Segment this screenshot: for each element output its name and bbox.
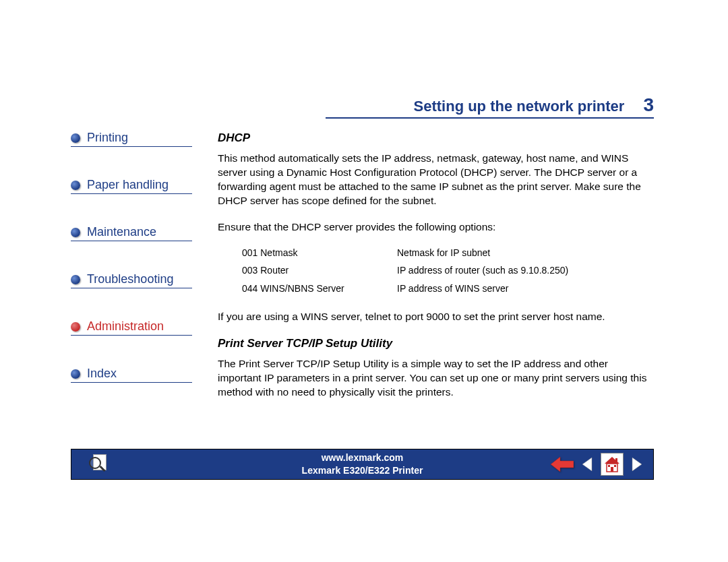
- sidebar-item-troubleshooting[interactable]: Troubleshooting: [71, 272, 192, 288]
- body-text: The Print Server TCP/IP Setup Utility is…: [218, 357, 654, 400]
- option-desc: IP address of WINS server: [397, 282, 508, 295]
- body-text: Ensure that the DHCP server provides the…: [218, 220, 654, 235]
- prev-page-icon[interactable]: [580, 456, 594, 473]
- page-number: 3: [643, 94, 654, 116]
- sidebar-item-label: Index: [87, 367, 117, 381]
- option-code: 003 Router: [242, 264, 397, 277]
- option-desc: Netmask for IP subnet: [397, 247, 490, 259]
- svg-rect-5: [608, 465, 610, 467]
- sidebar-item-index[interactable]: Index: [71, 367, 192, 383]
- section-heading-tcpip: Print Server TCP/IP Setup Utility: [218, 336, 654, 352]
- option-desc: IP address of router (such as 9.10.8.250…: [397, 264, 568, 277]
- home-icon[interactable]: [601, 453, 624, 476]
- sidebar-item-paper-handling[interactable]: Paper handling: [71, 178, 192, 194]
- sidebar-item-label: Troubleshooting: [87, 272, 173, 286]
- body-text: If you are using a WINS server, telnet t…: [218, 310, 654, 324]
- main-content: DHCP This method automatically sets the …: [192, 131, 654, 412]
- svg-marker-1: [582, 458, 592, 471]
- svg-rect-7: [615, 458, 617, 462]
- page-header: Setting up the network printer 3: [326, 94, 654, 119]
- svg-marker-0: [551, 457, 574, 472]
- bullet-icon: [71, 181, 80, 190]
- bullet-icon: [71, 228, 80, 237]
- footer-bar: www.lexmark.com Lexmark E320/E322 Printe…: [71, 449, 654, 480]
- next-page-icon[interactable]: [630, 456, 644, 473]
- sidebar-item-label: Paper handling: [87, 178, 169, 192]
- table-row: 044 WINS/NBNS Server IP address of WINS …: [242, 282, 654, 295]
- sidebar-item-maintenance[interactable]: Maintenance: [71, 225, 192, 241]
- bullet-icon: [71, 369, 80, 379]
- sidebar-item-printing[interactable]: Printing: [71, 131, 192, 147]
- table-row: 001 Netmask Netmask for IP subnet: [242, 247, 654, 259]
- footer-text: www.lexmark.com Lexmark E320/E322 Printe…: [302, 451, 423, 477]
- back-arrow-icon[interactable]: [551, 456, 574, 473]
- bullet-icon: [71, 322, 80, 332]
- dhcp-options-table: 001 Netmask Netmask for IP subnet 003 Ro…: [242, 247, 654, 296]
- section-heading-dhcp: DHCP: [218, 131, 654, 146]
- bullet-icon: [71, 275, 80, 284]
- body-text: This method automatically sets the IP ad…: [218, 152, 654, 208]
- footer-url[interactable]: www.lexmark.com: [302, 451, 423, 464]
- sidebar-item-administration[interactable]: Administration: [71, 319, 192, 336]
- search-icon[interactable]: [88, 453, 111, 476]
- sidebar-item-label: Printing: [87, 131, 128, 145]
- page-title: Setting up the network printer: [414, 98, 625, 115]
- bullet-icon: [71, 133, 80, 143]
- svg-rect-6: [614, 465, 616, 467]
- table-row: 003 Router IP address of router (such as…: [242, 264, 654, 277]
- footer-product: Lexmark E320/E322 Printer: [302, 464, 423, 477]
- sidebar-nav: Printing Paper handling Maintenance Trou…: [71, 131, 192, 414]
- option-code: 044 WINS/NBNS Server: [242, 282, 397, 295]
- option-code: 001 Netmask: [242, 247, 397, 259]
- svg-rect-4: [611, 467, 613, 472]
- sidebar-item-label: Maintenance: [87, 225, 156, 239]
- svg-marker-8: [632, 458, 642, 471]
- sidebar-item-label: Administration: [87, 319, 164, 334]
